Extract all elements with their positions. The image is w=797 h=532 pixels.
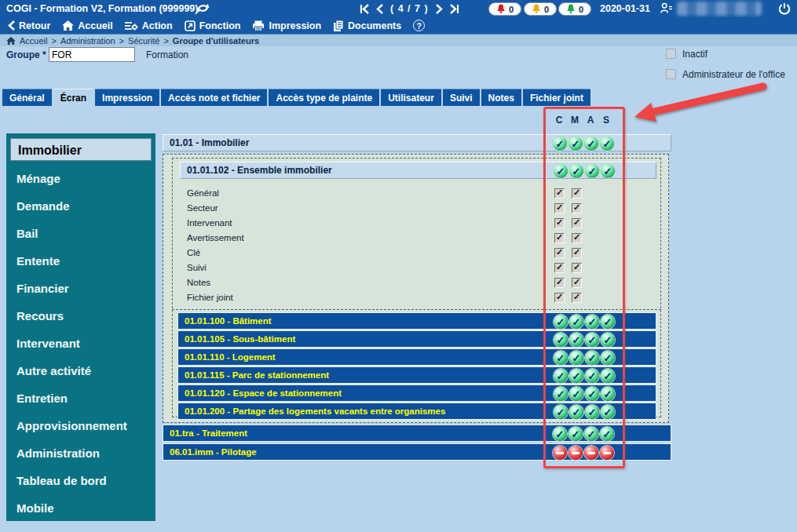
access-granted-icon[interactable] [553, 427, 567, 441]
access-granted-icon[interactable] [601, 351, 615, 365]
checkbox-m-checked[interactable] [572, 203, 582, 213]
checkbox-m-checked[interactable] [572, 233, 582, 243]
tab-suivi[interactable]: Suivi [443, 89, 480, 106]
access-granted-icon[interactable] [585, 351, 599, 365]
sidebar-item-menage[interactable]: Ménage [6, 165, 155, 192]
help-icon[interactable]: ? [413, 20, 425, 31]
access-granted-icon[interactable] [585, 333, 599, 347]
sidebar-item-administration[interactable]: Administration [6, 439, 155, 467]
access-granted-icon[interactable] [554, 164, 568, 178]
access-granted-icon[interactable] [569, 405, 583, 419]
last-record-button[interactable] [450, 4, 459, 14]
access-granted-icon[interactable] [601, 315, 615, 329]
documents-button[interactable]: Documents [333, 20, 401, 31]
access-granted-icon[interactable] [569, 333, 583, 347]
tab-general[interactable]: Général [2, 89, 52, 106]
tab-acces-note-et-fichier[interactable]: Accès note et fichier [161, 89, 267, 106]
refresh-icon[interactable] [196, 2, 210, 16]
print-button[interactable]: Impression [252, 20, 321, 31]
checkbox-m-checked[interactable] [572, 248, 582, 258]
function-button[interactable]: Fonction [185, 20, 241, 31]
alert-badge-red[interactable]: 0 [488, 2, 521, 16]
access-granted-icon[interactable] [585, 405, 599, 419]
sidebar-item-recours[interactable]: Recours [6, 302, 155, 330]
access-granted-icon[interactable] [554, 369, 568, 383]
access-granted-icon[interactable] [554, 387, 568, 401]
user-icon[interactable] [660, 2, 673, 16]
next-record-button[interactable] [436, 4, 443, 14]
alert-badge-green[interactable]: 0 [558, 2, 591, 16]
checkbox-c-checked[interactable] [554, 293, 565, 303]
sidebar-item-mobile[interactable]: Mobile [6, 494, 155, 522]
access-denied-icon[interactable] [553, 446, 567, 460]
breadcrumb-link[interactable]: Administration [60, 36, 115, 46]
back-button[interactable]: Retour [8, 20, 50, 31]
access-granted-icon[interactable] [569, 137, 583, 151]
tab-utilisateur[interactable]: Utilisateur [381, 89, 441, 106]
checkbox-c-checked[interactable] [554, 218, 565, 228]
checkbox-c-checked[interactable] [554, 263, 565, 273]
sidebar-item-entente[interactable]: Entente [6, 247, 155, 275]
access-granted-icon[interactable] [585, 164, 599, 178]
access-granted-icon[interactable] [569, 164, 583, 178]
access-granted-icon[interactable] [554, 405, 568, 419]
alert-badge-yellow[interactable]: 0 [524, 2, 557, 16]
sidebar-item-demande[interactable]: Demande [6, 192, 155, 220]
access-granted-icon[interactable] [600, 137, 614, 151]
checkbox-m-checked[interactable] [572, 263, 582, 273]
inactif-checkbox[interactable] [666, 49, 676, 59]
sidebar-item-financier[interactable]: Financier [6, 275, 155, 302]
access-granted-icon[interactable] [569, 427, 583, 441]
access-granted-icon[interactable] [569, 387, 583, 401]
access-granted-icon[interactable] [569, 351, 583, 365]
access-granted-icon[interactable] [585, 315, 599, 329]
action-button[interactable]: Action [125, 20, 173, 31]
sidebar-item-intervenant[interactable]: Intervenant [6, 330, 155, 357]
checkbox-m-checked[interactable] [572, 278, 582, 288]
home-button[interactable]: Accueil [62, 20, 112, 31]
access-granted-icon[interactable] [584, 137, 598, 151]
breadcrumb-link[interactable]: Accueil [20, 36, 47, 46]
access-granted-icon[interactable] [601, 387, 615, 401]
first-record-button[interactable] [360, 4, 369, 14]
checkbox-c-checked[interactable] [554, 248, 565, 258]
access-granted-icon[interactable] [600, 427, 614, 441]
checkbox-m-checked[interactable] [572, 293, 582, 303]
checkbox-m-checked[interactable] [572, 188, 582, 199]
group-code-input[interactable] [49, 47, 135, 62]
breadcrumb-link[interactable]: Sécurité [128, 36, 159, 46]
sidebar-item-tableau-de-bord[interactable]: Tableau de bord [6, 467, 155, 494]
checkbox-m-checked[interactable] [572, 218, 582, 228]
power-icon[interactable] [778, 2, 791, 17]
checkbox-c-checked[interactable] [554, 188, 565, 199]
access-granted-icon[interactable] [554, 315, 568, 329]
access-granted-icon[interactable] [569, 315, 583, 329]
sidebar-item-bail[interactable]: Bail [6, 220, 155, 247]
tab-fichier-joint[interactable]: Fichier joint [523, 89, 590, 106]
previous-record-button[interactable] [376, 4, 383, 14]
sidebar-item-approvisionnement[interactable]: Approvisionnement [6, 412, 155, 439]
access-denied-icon[interactable] [600, 446, 614, 460]
access-granted-icon[interactable] [601, 164, 615, 178]
sidebar-item-autre-activite[interactable]: Autre activité [6, 357, 155, 384]
access-granted-icon[interactable] [554, 351, 568, 365]
access-denied-icon[interactable] [569, 446, 583, 460]
tab-acces-type-de-plainte[interactable]: Accès type de plainte [269, 89, 379, 106]
tab-ecran[interactable]: Écran [53, 89, 93, 106]
office-admin-checkbox[interactable] [666, 69, 676, 79]
checkbox-c-checked[interactable] [554, 233, 565, 243]
checkbox-c-checked[interactable] [554, 203, 565, 213]
access-granted-icon[interactable] [584, 427, 598, 441]
access-granted-icon[interactable] [554, 333, 568, 347]
sidebar-item-immobilier[interactable]: Immobilier [10, 138, 152, 161]
tab-impression[interactable]: Impression [95, 89, 159, 106]
access-denied-icon[interactable] [584, 446, 598, 460]
sidebar-item-entretien[interactable]: Entretien [6, 384, 155, 412]
access-granted-icon[interactable] [585, 369, 599, 383]
tab-notes[interactable]: Notes [481, 89, 521, 106]
checkbox-c-checked[interactable] [554, 278, 565, 288]
access-granted-icon[interactable] [585, 387, 599, 401]
access-granted-icon[interactable] [601, 369, 615, 383]
group-row-immobilier[interactable]: 01.01 - Immobilier [163, 134, 671, 151]
access-granted-icon[interactable] [569, 369, 583, 383]
